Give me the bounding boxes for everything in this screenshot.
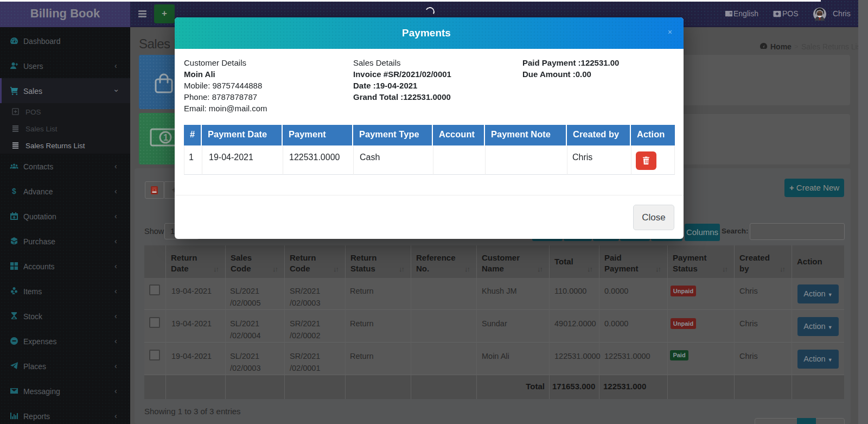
svg-text:1: 1 xyxy=(163,133,168,142)
svg-text:$: $ xyxy=(12,187,16,195)
